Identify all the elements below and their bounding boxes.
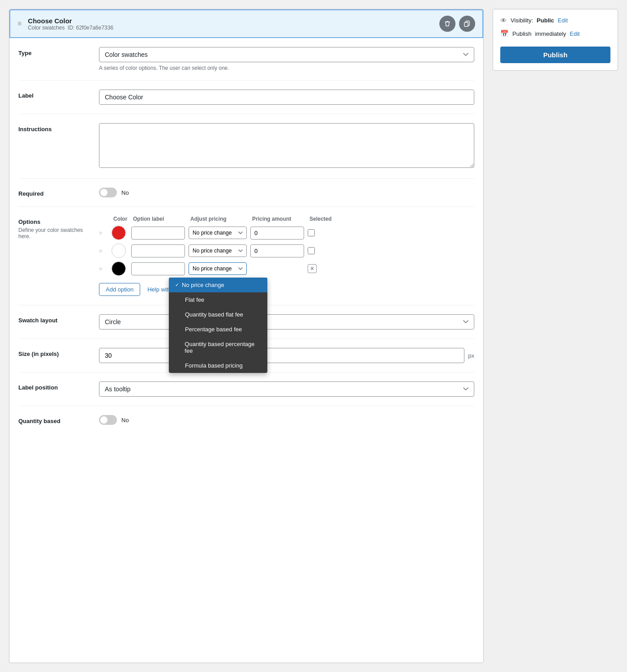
col-pricing-amount: Pricing amount: [252, 216, 306, 222]
field-header: ≡ Choose Color Color swatches ID: 62f0e7…: [9, 9, 483, 38]
quantity-based-toggle[interactable]: [99, 415, 117, 425]
form-body: Type Color swatches A series of color op…: [9, 38, 483, 443]
publish-timing: immediately: [535, 30, 566, 37]
dropdown-item-qty-pct[interactable]: Quantity based percentage fee: [169, 337, 267, 358]
row-drag-handle[interactable]: ≡: [99, 248, 108, 254]
size-input-wrap: px: [99, 348, 474, 363]
required-row: Required No: [18, 179, 474, 207]
quantity-based-toggle-label: No: [121, 417, 129, 424]
dropdown-item-qty-flat[interactable]: Quantity based flat fee: [169, 307, 267, 322]
adjust-pricing-select-2[interactable]: No price change: [189, 244, 247, 257]
col-selected: Selected: [309, 216, 332, 222]
publish-button[interactable]: Publish: [500, 47, 610, 63]
pricing-dropdown: ✓ No price change Flat fee Quantity base: [169, 278, 267, 373]
dropdown-item-no-price-change[interactable]: ✓ No price change: [169, 278, 267, 292]
swatch-layout-label: Swatch layout: [18, 314, 90, 330]
instructions-label: Instructions: [18, 123, 90, 169]
type-select[interactable]: Color swatches: [99, 47, 474, 62]
size-content: px: [99, 348, 474, 363]
visibility-row: 👁 Visibility: Public Edit: [500, 17, 610, 24]
visibility-label: Visibility:: [511, 17, 533, 24]
table-row: ≡ No price change ✕ ✓: [99, 261, 474, 276]
dropdown-item-pct-fee[interactable]: Percentage based fee: [169, 322, 267, 337]
check-icon: ✓: [175, 282, 179, 288]
option-label-input-2[interactable]: [131, 244, 185, 257]
sidebar-panel: 👁 Visibility: Public Edit 📅 Publish imme…: [493, 9, 618, 663]
svg-rect-0: [464, 22, 468, 26]
publish-timing-edit-link[interactable]: Edit: [570, 30, 580, 37]
label-position-content: As tooltip: [99, 381, 474, 397]
size-label: Size (in pixels): [18, 348, 90, 363]
label-row: Label: [18, 81, 474, 114]
visibility-icon: 👁: [500, 17, 507, 24]
publish-row: 📅 Publish immediately Edit: [500, 30, 610, 38]
color-swatch-red[interactable]: [112, 226, 126, 240]
options-row: Options Define your color swatches here.…: [18, 207, 474, 305]
field-title: Choose Color: [28, 17, 435, 25]
field-header-info: Choose Color Color swatches ID: 62f0e7a6…: [28, 17, 435, 31]
instructions-textarea[interactable]: [99, 123, 474, 168]
field-subtitle: Color swatches ID: 62f0e7a6e7336: [28, 25, 435, 31]
quantity-based-content: No: [99, 415, 474, 425]
size-unit: px: [468, 352, 474, 359]
type-content: Color swatches A series of color options…: [99, 47, 474, 71]
instructions-row: Instructions: [18, 114, 474, 179]
quantity-based-row: Quantity based No: [18, 406, 474, 434]
options-table: Color Option label Adjust pricing Pricin…: [99, 216, 474, 276]
required-toggle[interactable]: [99, 188, 117, 197]
dropdown-item-flat-fee[interactable]: Flat fee: [169, 292, 267, 307]
required-label: Required: [18, 188, 90, 197]
label-label: Label: [18, 90, 90, 105]
sidebar-box: 👁 Visibility: Public Edit 📅 Publish imme…: [493, 9, 618, 71]
option-checkbox-1[interactable]: [308, 229, 315, 236]
color-swatch-white[interactable]: [112, 244, 126, 258]
label-input[interactable]: [99, 90, 474, 105]
color-swatch-black[interactable]: [112, 261, 126, 276]
options-footer: Add option Help with pricing: [99, 283, 474, 296]
row-drag-handle[interactable]: ≡: [99, 230, 108, 236]
quantity-based-label: Quantity based: [18, 415, 90, 425]
quantity-based-toggle-wrap: No: [99, 415, 474, 425]
visibility-edit-link[interactable]: Edit: [558, 17, 567, 24]
required-toggle-wrap: No: [99, 188, 474, 197]
options-label: Options Define your color swatches here.: [18, 216, 90, 296]
option-label-input-3[interactable]: [131, 262, 185, 275]
label-position-label: Label position: [18, 381, 90, 397]
adjust-pricing-select-3[interactable]: No price change: [189, 262, 247, 275]
options-content: Color Option label Adjust pricing Pricin…: [99, 216, 474, 296]
row-drag-handle[interactable]: ≡: [99, 265, 108, 272]
option-delete-button[interactable]: ✕: [308, 264, 317, 273]
type-label: Type: [18, 47, 90, 71]
table-row: ≡ No price change: [99, 226, 474, 240]
header-actions: [439, 16, 475, 32]
swatch-layout-select[interactable]: Circle: [99, 314, 474, 330]
type-row: Type Color swatches A series of color op…: [18, 38, 474, 81]
pricing-amount-input-2[interactable]: [250, 244, 304, 257]
options-header: Color Option label Adjust pricing Pricin…: [99, 216, 474, 222]
add-option-button[interactable]: Add option: [99, 283, 140, 296]
label-position-row: Label position As tooltip: [18, 372, 474, 406]
col-adjust-pricing: Adjust pricing: [190, 216, 249, 222]
dropdown-item-formula[interactable]: Formula based pricing: [169, 358, 267, 373]
instructions-content: [99, 123, 474, 169]
col-color: Color: [113, 216, 129, 222]
swatch-layout-content: Circle: [99, 314, 474, 330]
size-input[interactable]: [99, 348, 464, 363]
adjust-pricing-select-1[interactable]: No price change: [189, 227, 247, 239]
publish-label: Publish: [512, 30, 532, 37]
delete-button[interactable]: [439, 16, 455, 32]
option-checkbox-2[interactable]: [308, 247, 315, 254]
col-option-label: Option label: [133, 216, 187, 222]
required-toggle-label: No: [121, 189, 129, 196]
pricing-amount-input-1[interactable]: [250, 227, 304, 240]
label-position-select[interactable]: As tooltip: [99, 381, 474, 397]
type-description: A series of color options. The user can …: [99, 65, 474, 71]
visibility-value: Public: [537, 17, 554, 24]
drag-handle-icon[interactable]: ≡: [17, 20, 21, 28]
copy-button[interactable]: [459, 16, 475, 32]
option-label-input-1[interactable]: [131, 227, 185, 240]
table-row: ≡ No price change: [99, 244, 474, 258]
required-content: No: [99, 188, 474, 197]
label-content: [99, 90, 474, 105]
calendar-icon: 📅: [500, 30, 509, 38]
